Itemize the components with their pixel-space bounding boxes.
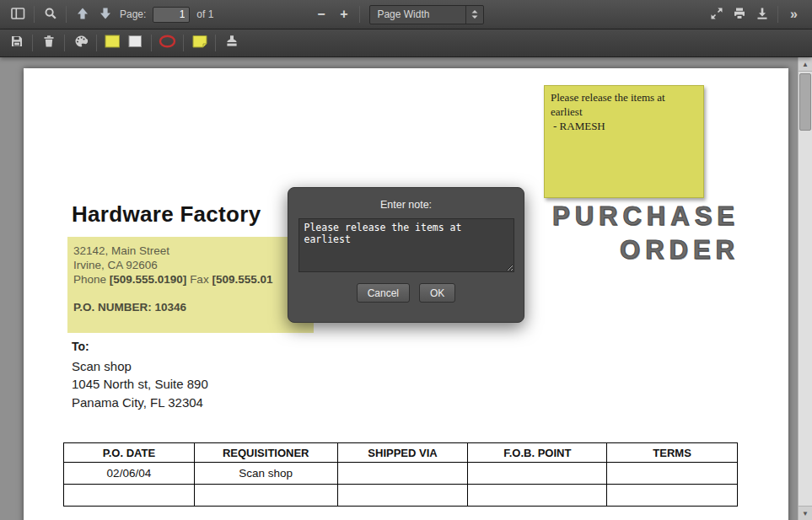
toolbar-separator: [34, 6, 35, 23]
toolbar-separator: [359, 6, 360, 23]
vertical-scrollbar[interactable]: ▲ ▼: [798, 57, 812, 520]
yellow-square-icon: [105, 35, 121, 51]
table-header-cell: F.O.B. POINT: [468, 443, 607, 463]
zoom-controls: − + Page Width: [309, 3, 484, 25]
address-line1: 32142, Main Street: [73, 244, 314, 258]
sticky-note-annotation[interactable]: Please release the items at earliest - R…: [544, 85, 704, 198]
toolbar-right-group: »: [705, 3, 805, 25]
minus-icon: −: [317, 7, 325, 22]
scroll-up-button[interactable]: ▲: [799, 57, 812, 72]
purchase-order-stamp: PURCHASE ORDER: [552, 200, 739, 267]
po-number: P.O. NUMBER: 10346: [73, 300, 314, 314]
zoom-in-button[interactable]: +: [332, 3, 355, 25]
toolbar-separator: [777, 6, 778, 23]
sidebar-toggle-button[interactable]: [7, 3, 30, 25]
table-cell: [64, 485, 195, 507]
save-icon: [10, 35, 24, 51]
stamp-tool-button[interactable]: [220, 32, 243, 54]
to-label: To:: [72, 338, 208, 356]
to-address2: Panama City, FL 32304: [72, 394, 208, 412]
scrollbar-thumb[interactable]: [799, 73, 811, 131]
page-count-label: of 1: [196, 8, 213, 20]
presentation-mode-button[interactable]: [705, 3, 728, 25]
sticky-note-line2: - RAMESH: [553, 119, 697, 133]
zoom-mode-select[interactable]: Page Width: [369, 5, 484, 24]
dialog-title: Enter note:: [288, 199, 524, 211]
fax-number: [509.555.01: [212, 273, 272, 286]
scroll-down-button[interactable]: ▼: [799, 506, 812, 520]
delete-annotation-button[interactable]: [37, 32, 60, 54]
table-header-cell: TERMS: [607, 443, 738, 463]
highlight-annotation[interactable]: 32142, Main Street Irvine, CA 92606 Phon…: [67, 237, 314, 333]
table-row: [64, 485, 738, 507]
toolbar-overflow-button[interactable]: »: [782, 3, 805, 25]
stamp-icon: [225, 35, 239, 51]
page-number-input[interactable]: [153, 7, 190, 23]
table-header-row: P.O. DATE REQUISITIONER SHIPPED VIA F.O.…: [64, 443, 738, 463]
download-button[interactable]: [750, 3, 773, 25]
next-page-button[interactable]: [94, 3, 116, 25]
search-icon: [44, 7, 57, 23]
main-toolbar: Page: of 1 − + Page Width: [0, 0, 812, 29]
palette-icon: [74, 35, 88, 51]
table-header-cell: SHIPPED VIA: [337, 443, 468, 463]
select-arrows-icon: [465, 6, 483, 24]
plus-icon: +: [340, 7, 347, 22]
printer-icon: [733, 7, 746, 23]
table-cell: [607, 463, 738, 485]
to-name: Scan shop: [72, 357, 208, 376]
rectangle-tool-button[interactable]: [124, 32, 147, 54]
table-header-cell: REQUISITIONER: [194, 443, 337, 463]
sticky-note-line1: Please release the items at earliest: [551, 90, 697, 119]
table-cell: [468, 485, 607, 507]
to-address1: 1045 North st, Suite 890: [72, 375, 208, 394]
ellipse-tool-button[interactable]: [156, 32, 179, 54]
note-textarea[interactable]: Please release the items at earliest: [298, 218, 514, 272]
trash-icon: [42, 35, 56, 51]
toolbar-separator: [32, 35, 33, 51]
recipient-block: To: Scan shop 1045 North st, Suite 890 P…: [72, 338, 208, 411]
red-circle-icon: [159, 35, 176, 51]
table-cell: [194, 485, 337, 507]
dialog-buttons: Cancel OK: [288, 283, 524, 303]
sticky-note-tool-button[interactable]: [188, 32, 211, 54]
table-cell: [468, 463, 607, 485]
toolbar-separator: [151, 35, 152, 51]
phone-number: [509.555.0190]: [110, 273, 187, 286]
table-cell: [337, 463, 468, 485]
color-picker-button[interactable]: [69, 32, 92, 54]
note-icon: [192, 35, 207, 51]
annotation-toolbar: [0, 29, 812, 57]
chevron-double-right-icon: »: [790, 7, 798, 22]
sidebar-toggle-icon: [11, 7, 25, 23]
download-icon: [756, 7, 769, 23]
highlight-tool-button[interactable]: [101, 32, 124, 54]
address-line2: Irvine, CA 92606: [73, 258, 314, 272]
zoom-mode-value: Page Width: [377, 8, 429, 20]
previous-page-button[interactable]: [71, 3, 94, 25]
stamp-word2: ORDER: [552, 233, 739, 267]
toolbar-separator: [64, 35, 65, 51]
toolbar-separator: [183, 35, 184, 51]
search-button[interactable]: [39, 3, 62, 25]
expand-icon: [710, 7, 723, 23]
table-cell: [337, 485, 468, 507]
print-button[interactable]: [728, 3, 750, 25]
address-line3: Phone [509.555.0190] Fax [509.555.01: [73, 272, 314, 287]
arrow-up-icon: [76, 7, 89, 23]
white-square-icon: [128, 35, 143, 51]
ok-button[interactable]: OK: [419, 283, 455, 303]
table-cell: 02/06/04: [64, 463, 195, 485]
po-table: P.O. DATE REQUISITIONER SHIPPED VIA F.O.…: [63, 442, 738, 507]
toolbar-separator: [96, 35, 97, 51]
cancel-button[interactable]: Cancel: [357, 283, 410, 303]
zoom-out-button[interactable]: −: [309, 3, 332, 25]
table-cell: Scan shop: [194, 463, 337, 485]
table-header-cell: P.O. DATE: [64, 443, 195, 463]
toolbar-separator: [66, 6, 67, 23]
toolbar-separator: [215, 35, 216, 51]
enter-note-dialog: Enter note: Please release the items at …: [288, 187, 524, 323]
table-cell: [607, 485, 738, 507]
save-button[interactable]: [5, 32, 28, 54]
company-name: Hardware Factory: [72, 201, 261, 228]
